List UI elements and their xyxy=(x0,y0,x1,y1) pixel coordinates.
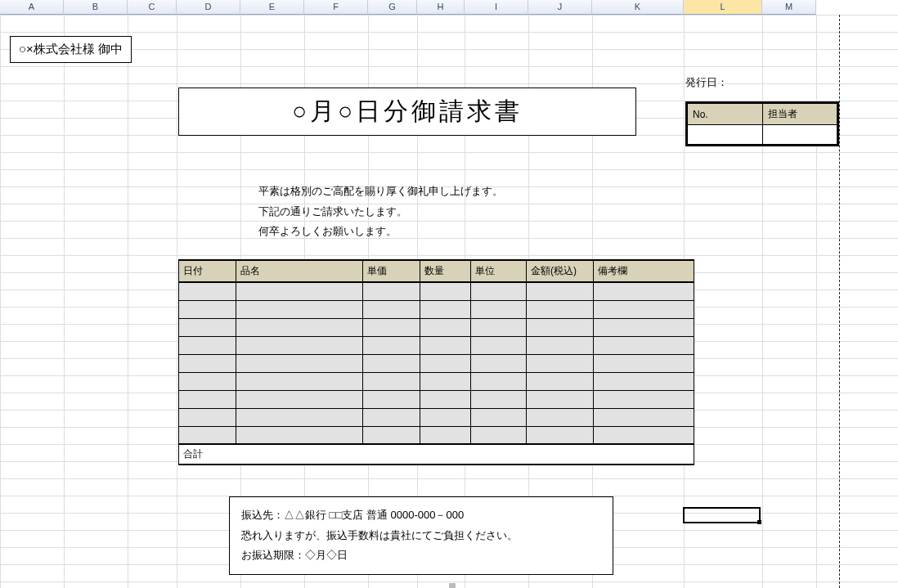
table-cell[interactable] xyxy=(594,336,694,354)
table-cell[interactable] xyxy=(420,390,471,408)
column-header-F[interactable]: F xyxy=(304,0,368,15)
table-cell[interactable] xyxy=(527,336,594,354)
no-cell[interactable] xyxy=(688,125,763,145)
table-cell[interactable] xyxy=(471,372,527,390)
table-cell[interactable] xyxy=(420,318,471,336)
table-cell[interactable] xyxy=(527,282,594,300)
table-cell[interactable] xyxy=(594,390,694,408)
table-cell[interactable] xyxy=(527,318,594,336)
table-cell[interactable] xyxy=(471,300,527,318)
col-remarks: 備考欄 xyxy=(594,260,694,282)
column-header-E[interactable]: E xyxy=(240,0,304,15)
column-header-G[interactable]: G xyxy=(368,0,417,15)
no-header: No. xyxy=(688,104,763,125)
table-cell[interactable] xyxy=(420,336,471,354)
table-cell[interactable] xyxy=(236,300,363,318)
table-cell[interactable] xyxy=(471,408,527,426)
table-cell[interactable] xyxy=(179,390,236,408)
table-cell[interactable] xyxy=(527,300,594,318)
sheet-tab-split[interactable] xyxy=(449,583,456,588)
col-unitprice: 単価 xyxy=(363,260,420,282)
table-row xyxy=(179,282,694,300)
total-label: 合計 xyxy=(179,444,694,465)
table-cell[interactable] xyxy=(179,372,236,390)
table-cell[interactable] xyxy=(236,354,363,372)
rep-cell[interactable] xyxy=(762,125,837,145)
total-row: 合計 xyxy=(179,444,694,465)
greeting-line-2: 下記の通りご請求いたします。 xyxy=(258,202,503,222)
table-cell[interactable] xyxy=(471,354,527,372)
column-header-H[interactable]: H xyxy=(417,0,465,15)
greeting-text: 平素は格別のご高配を賜り厚く御礼申し上げます。 下記の通りご請求いたします。 何… xyxy=(258,182,503,242)
table-cell[interactable] xyxy=(594,318,694,336)
table-cell[interactable] xyxy=(236,390,363,408)
table-cell[interactable] xyxy=(179,336,236,354)
table-cell[interactable] xyxy=(363,318,420,336)
table-cell[interactable] xyxy=(363,408,420,426)
table-cell[interactable] xyxy=(236,372,363,390)
table-cell[interactable] xyxy=(471,318,527,336)
column-header-M[interactable]: M xyxy=(762,0,816,15)
table-cell[interactable] xyxy=(420,354,471,372)
table-cell[interactable] xyxy=(179,300,236,318)
table-cell[interactable] xyxy=(179,318,236,336)
table-cell[interactable] xyxy=(420,372,471,390)
fill-handle[interactable] xyxy=(757,520,761,524)
table-cell[interactable] xyxy=(471,282,527,300)
table-cell[interactable] xyxy=(363,300,420,318)
table-cell[interactable] xyxy=(527,390,594,408)
table-cell[interactable] xyxy=(527,426,594,444)
table-cell[interactable] xyxy=(594,282,694,300)
table-cell[interactable] xyxy=(471,336,527,354)
table-cell[interactable] xyxy=(420,426,471,444)
column-header-K[interactable]: K xyxy=(592,0,684,15)
column-header-I[interactable]: I xyxy=(465,0,528,15)
table-cell[interactable] xyxy=(236,426,363,444)
table-cell[interactable] xyxy=(420,408,471,426)
table-cell[interactable] xyxy=(471,426,527,444)
column-header-L[interactable]: L xyxy=(684,0,762,15)
table-cell[interactable] xyxy=(236,336,363,354)
table-cell[interactable] xyxy=(594,354,694,372)
table-cell[interactable] xyxy=(179,426,236,444)
table-row xyxy=(179,390,694,408)
table-cell[interactable] xyxy=(179,282,236,300)
table-cell[interactable] xyxy=(527,354,594,372)
table-cell[interactable] xyxy=(527,372,594,390)
col-amount: 金額(税込) xyxy=(527,260,594,282)
column-header-J[interactable]: J xyxy=(528,0,592,15)
table-cell[interactable] xyxy=(420,282,471,300)
bank-line-1: 振込先：△△銀行 □□支店 普通 0000-000－000 xyxy=(241,505,601,526)
table-cell[interactable] xyxy=(236,318,363,336)
table-cell[interactable] xyxy=(420,300,471,318)
bank-line-2: 恐れ入りますが、振込手数料は貴社にてご負担ください。 xyxy=(241,526,601,546)
invoice-header-row: 日付 品名 単価 数量 単位 金額(税込) 備考欄 xyxy=(179,260,694,282)
table-cell[interactable] xyxy=(594,408,694,426)
table-cell[interactable] xyxy=(527,408,594,426)
table-cell[interactable] xyxy=(363,336,420,354)
spreadsheet-canvas[interactable]: ABCDEFGHIJKLM ○×株式会社様 御中 ○月○日分御請求書 発行日： … xyxy=(0,0,898,588)
table-cell[interactable] xyxy=(594,300,694,318)
table-cell[interactable] xyxy=(363,390,420,408)
col-unit: 単位 xyxy=(471,260,527,282)
column-header-A[interactable]: A xyxy=(0,0,64,15)
table-cell[interactable] xyxy=(363,282,420,300)
table-cell[interactable] xyxy=(179,354,236,372)
table-cell[interactable] xyxy=(363,354,420,372)
greeting-line-3: 何卒よろしくお願いします。 xyxy=(258,222,503,242)
column-header-C[interactable]: C xyxy=(128,0,177,15)
table-row xyxy=(179,300,694,318)
table-cell[interactable] xyxy=(179,408,236,426)
table-cell[interactable] xyxy=(363,372,420,390)
table-cell[interactable] xyxy=(236,408,363,426)
bank-line-3: お振込期限：◇月◇日 xyxy=(241,545,601,566)
active-cell-outline xyxy=(683,507,761,523)
table-cell[interactable] xyxy=(363,426,420,444)
table-row xyxy=(179,372,694,390)
table-cell[interactable] xyxy=(594,372,694,390)
table-cell[interactable] xyxy=(594,426,694,444)
column-header-D[interactable]: D xyxy=(177,0,240,15)
table-cell[interactable] xyxy=(471,390,527,408)
table-cell[interactable] xyxy=(236,282,363,300)
column-header-B[interactable]: B xyxy=(64,0,128,15)
